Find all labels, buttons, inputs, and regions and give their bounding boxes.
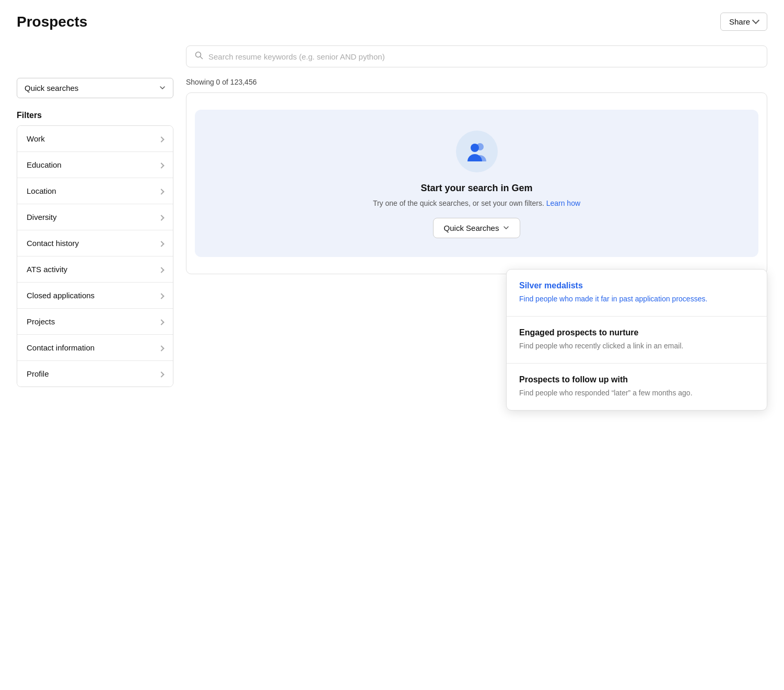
learn-how-link[interactable]: Learn how <box>546 199 580 207</box>
qs-item-desc-prospects-follow-up: Find people who responded “later” a few … <box>519 388 754 399</box>
filter-label-closed-applications: Closed applications <box>27 291 95 300</box>
qs-item-title-engaged-prospects: Engaged prospects to nurture <box>519 328 754 337</box>
quick-searches-panel: Silver medalists Find people who made it… <box>506 269 767 411</box>
search-input[interactable] <box>208 52 758 61</box>
filter-item-contact-history[interactable]: Contact history <box>17 230 173 256</box>
chevron-right-icon-projects <box>159 317 163 326</box>
sidebar: Quick searches Filters Work Education Lo… <box>17 78 173 387</box>
filter-label-ats-activity: ATS activity <box>27 265 67 274</box>
quick-searches-btn-chevron-icon <box>503 224 509 232</box>
chevron-right-icon-education <box>159 160 163 169</box>
chevron-right-icon-closed-applications <box>159 291 163 300</box>
filter-label-education: Education <box>27 160 62 169</box>
empty-state-title: Start your search in Gem <box>207 183 746 194</box>
empty-state-subtitle: Try one of the quick searches, or set yo… <box>207 199 746 207</box>
filter-label-work: Work <box>27 134 45 143</box>
empty-state-card: Start your search in Gem Try one of the … <box>186 92 767 274</box>
filter-item-ats-activity[interactable]: ATS activity <box>17 256 173 283</box>
quick-searches-label: Quick searches <box>25 84 78 92</box>
results-count: Showing 0 of 123,456 <box>186 78 767 86</box>
filters-label: Filters <box>17 111 173 120</box>
empty-state-bg: Start your search in Gem Try one of the … <box>195 110 758 257</box>
share-chevron-icon <box>753 17 758 26</box>
filter-label-contact-information: Contact information <box>27 343 95 352</box>
chevron-right-icon-location <box>159 186 163 195</box>
quick-searches-button[interactable]: Quick Searches <box>433 218 521 238</box>
dropdown-chevron-icon <box>159 84 166 92</box>
chevron-right-icon-work <box>159 134 163 143</box>
filter-item-projects[interactable]: Projects <box>17 309 173 335</box>
filter-label-projects: Projects <box>27 317 55 326</box>
main-layout: Quick searches Filters Work Education Lo… <box>17 78 767 411</box>
filter-item-profile[interactable]: Profile <box>17 361 173 387</box>
filter-label-contact-history: Contact history <box>27 239 79 248</box>
filter-item-work[interactable]: Work <box>17 126 173 152</box>
filter-label-diversity: Diversity <box>27 213 57 221</box>
filter-item-diversity[interactable]: Diversity <box>17 204 173 230</box>
page-title: Prospects <box>17 14 87 30</box>
filter-item-contact-information[interactable]: Contact information <box>17 335 173 361</box>
quick-searches-btn-label: Quick Searches <box>444 224 499 232</box>
chevron-right-icon-profile <box>159 369 163 378</box>
filter-item-location[interactable]: Location <box>17 178 173 204</box>
filter-item-closed-applications[interactable]: Closed applications <box>17 283 173 309</box>
filter-item-education[interactable]: Education <box>17 152 173 178</box>
qs-item-title-silver-medalists: Silver medalists <box>519 281 754 290</box>
chevron-right-icon-diversity <box>159 213 163 221</box>
qs-item-title-prospects-follow-up: Prospects to follow up with <box>519 375 754 384</box>
qs-item-prospects-follow-up[interactable]: Prospects to follow up with Find people … <box>507 364 767 410</box>
chevron-right-icon-contact-information <box>159 343 163 352</box>
share-button[interactable]: Share <box>720 13 767 31</box>
page-header: Prospects Share <box>17 13 767 31</box>
people-icon-circle <box>456 131 498 172</box>
people-icon <box>465 142 488 161</box>
chevron-right-icon-ats-activity <box>159 265 163 274</box>
qs-item-silver-medalists[interactable]: Silver medalists Find people who made it… <box>507 270 767 317</box>
results-total: 123,456 <box>230 78 257 86</box>
filter-label-profile: Profile <box>27 369 49 378</box>
results-showing: Showing 0 of <box>186 78 228 86</box>
qs-item-engaged-prospects[interactable]: Engaged prospects to nurture Find people… <box>507 317 767 364</box>
filters-list: Work Education Location Diversity Contac… <box>17 125 173 387</box>
svg-line-1 <box>201 57 203 59</box>
quick-searches-dropdown[interactable]: Quick searches <box>17 78 173 98</box>
chevron-right-icon-contact-history <box>159 239 163 248</box>
search-box <box>186 45 767 67</box>
content-area: Showing 0 of 123,456 Start your sea <box>186 78 767 411</box>
filter-label-location: Location <box>27 186 56 195</box>
qs-item-desc-engaged-prospects: Find people who recently clicked a link … <box>519 341 754 352</box>
qs-item-desc-silver-medalists: Find people who made it far in past appl… <box>519 294 754 305</box>
share-label: Share <box>729 17 750 26</box>
svg-point-3 <box>471 144 479 152</box>
search-icon <box>195 51 203 62</box>
